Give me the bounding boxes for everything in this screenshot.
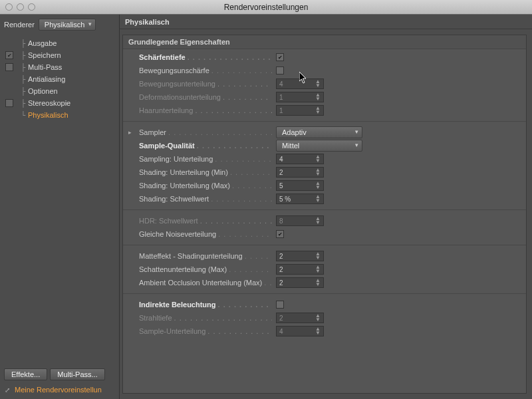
shthr-spinner[interactable]: 5 %▲▼ (276, 194, 324, 204)
tree-item-physikalisch[interactable]: └Physikalisch (4, 109, 119, 121)
matte-spinner[interactable]: 2▲▼ (276, 251, 324, 261)
group-header: Grundlegende Eigenschaften (123, 35, 526, 49)
property-label: Bewegungsunschärfe (139, 66, 272, 74)
property-row-aomax: Ambient Occlusion Unterteilung (Max) 2▲▼ (128, 276, 521, 289)
property-row-defsub: Deformationsunterteilung 1▲▼ (128, 90, 521, 104)
squal-dropdown[interactable]: Mittel (276, 140, 362, 152)
tree-item-label: Ausgabe (28, 39, 57, 47)
tree-item-label: Multi-Pass (28, 63, 62, 71)
property-label: Gleiche Noiseverteilung (139, 230, 272, 238)
spinner-arrows-icon: ▲▼ (315, 80, 321, 88)
gisub-spinner: 4▲▼ (276, 326, 324, 336)
right-panel: Physikalisch Grundlegende Eigenschaften … (120, 15, 532, 399)
spinner-value: 1 (279, 107, 283, 114)
spinner-value: 2 (279, 315, 283, 322)
spinner-arrows-icon: ▲▼ (315, 195, 321, 203)
tree-item-multipass[interactable]: ├Multi-Pass (4, 61, 119, 73)
settings-panel: Grundlegende Eigenschaften Schärfentiefe… (122, 35, 527, 394)
effects-button[interactable]: Effekte... (4, 368, 47, 380)
spinner-arrows-icon: ▲▼ (315, 314, 321, 322)
tree-checkbox[interactable] (5, 99, 13, 107)
multipass-button[interactable]: Multi-Pass... (50, 368, 105, 380)
property-row-shthr: Shading: Schwellwert 5 %▲▼ (128, 192, 521, 205)
tree-item-speichern[interactable]: ✔├Speichern (4, 49, 119, 61)
spinner-arrows-icon: ▲▼ (315, 93, 321, 101)
tree-branch-icon: ├ (16, 99, 25, 108)
ssub-spinner[interactable]: 4▲▼ (276, 154, 324, 164)
tree-branch-icon: ├ (16, 39, 25, 48)
property-label: Bewegungsunterteilung (139, 80, 272, 88)
tree-item-antialiasing[interactable]: ├Antialiasing (4, 73, 119, 85)
property-label: Sampler (139, 128, 272, 136)
property-row-ssub: Sampling: Unterteilung 4▲▼ (128, 152, 521, 166)
spinner-value: 5 (279, 182, 283, 190)
shadowmax-spinner[interactable]: 2▲▼ (276, 264, 324, 275)
spinner-arrows-icon: ▲▼ (315, 265, 321, 273)
property-row-eqnoise: Gleiche Noiseverteilung (128, 227, 521, 241)
property-label: Schärfentiefe (139, 53, 272, 61)
tree-checkbox[interactable]: ✔ (5, 51, 13, 59)
spinner-arrows-icon: ▲▼ (315, 168, 321, 176)
tree-item-label: Antialiasing (28, 75, 65, 83)
tree-branch-icon: ├ (16, 51, 25, 60)
dof-checkbox[interactable] (276, 53, 284, 61)
hairsub-spinner: 1▲▼ (276, 105, 324, 116)
spinner-value: 2 (279, 253, 283, 260)
property-label: Matteffekt - Shadingunterteilung (139, 252, 272, 260)
tree-branch-icon: └ (16, 111, 25, 120)
aomax-spinner[interactable]: 2▲▼ (276, 277, 324, 288)
window-titlebar: Rendervoreinstellungen (0, 0, 532, 15)
tree-item-stereoskopie[interactable]: ├Stereoskopie (4, 97, 119, 109)
dropdown-value: Adaptiv (282, 128, 307, 136)
tree-item-optionen[interactable]: ├Optionen (4, 85, 119, 97)
gi-checkbox[interactable] (276, 301, 284, 309)
renderer-dropdown[interactable]: Physikalisch (39, 19, 96, 31)
property-label: Sample-Unterteilung (139, 327, 272, 335)
property-label: Haarunterteilung (139, 106, 272, 114)
spinner-arrows-icon: ▲▼ (315, 182, 321, 190)
tree-branch-icon: ├ (16, 75, 25, 84)
spinner-value: 1 (279, 94, 283, 101)
property-row-hdrthr: HDR: Schwellwert 8▲▼ (128, 214, 521, 227)
property-row-shmin: Shading: Unterteilung (Min) 2▲▼ (128, 166, 521, 179)
defsub-spinner: 1▲▼ (276, 92, 324, 102)
separator (123, 293, 526, 294)
property-row-mblur: Bewegungsunschärfe (128, 64, 521, 77)
raydepth-spinner: 2▲▼ (276, 313, 324, 323)
preset-expand-icon: ⤢ (4, 386, 11, 393)
spinner-value: 2 (279, 279, 283, 287)
shmax-spinner[interactable]: 5▲▼ (276, 180, 324, 191)
property-row-msub: Bewegungsunterteilung 4▲▼ (128, 77, 521, 90)
property-row-squal: Sample-Qualität Mittel (128, 139, 521, 152)
tree-item-label: Optionen (28, 87, 58, 95)
tree-item-ausgabe[interactable]: ├Ausgabe (4, 37, 119, 49)
sampler-dropdown[interactable]: Adaptiv (276, 126, 362, 138)
preset-name: Meine Rendervoreinstellun (15, 386, 102, 394)
preset-row[interactable]: ⤢ Meine Rendervoreinstellun (4, 386, 115, 394)
property-label: HDR: Schwellwert (139, 217, 272, 225)
property-label: Shading: Unterteilung (Min) (139, 168, 272, 176)
tree-checkbox (5, 87, 13, 95)
spinner-value: 4 (279, 156, 283, 163)
tree-checkbox (5, 75, 13, 83)
spinner-value: 2 (279, 266, 283, 273)
property-row-shmax: Shading: Unterteilung (Max) 5▲▼ (128, 179, 521, 192)
spinner-arrows-icon: ▲▼ (315, 106, 321, 114)
property-label: Ambient Occlusion Unterteilung (Max) (139, 279, 272, 287)
property-row-matte: Matteffekt - Shadingunterteilung 2▲▼ (128, 249, 521, 263)
eqnoise-checkbox[interactable] (276, 230, 284, 238)
shmin-spinner[interactable]: 2▲▼ (276, 167, 324, 178)
property-label: Shading: Schwellwert (139, 195, 272, 203)
property-label: Strahltiefe (139, 314, 272, 322)
property-label: Sample-Qualität (139, 142, 272, 150)
mblur-checkbox[interactable] (276, 66, 284, 74)
disclosure-icon[interactable]: ▸ (128, 129, 135, 136)
spinner-arrows-icon: ▲▼ (315, 217, 321, 225)
spinner-value: 8 (279, 217, 283, 225)
tree-checkbox[interactable] (5, 63, 13, 71)
dropdown-value: Mittel (282, 142, 299, 150)
spinner-value: 2 (279, 169, 283, 176)
separator (123, 209, 526, 210)
spinner-arrows-icon: ▲▼ (315, 279, 321, 287)
msub-spinner: 4▲▼ (276, 78, 324, 89)
